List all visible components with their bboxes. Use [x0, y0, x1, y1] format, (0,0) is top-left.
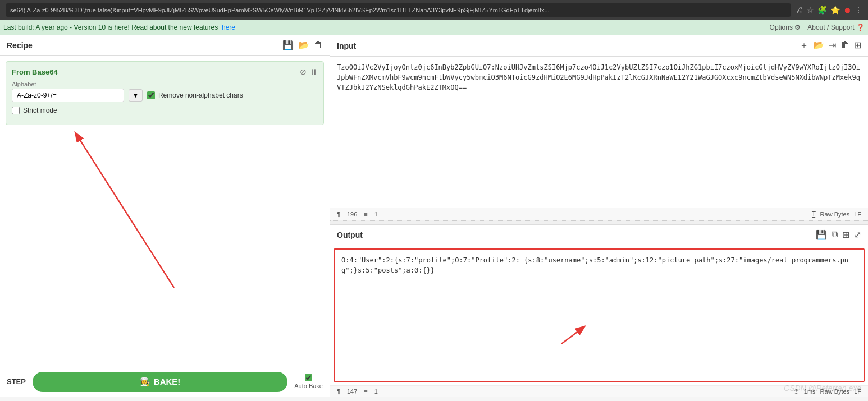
remove-nonalpha-checkbox[interactable]	[147, 91, 155, 99]
input-section: Input ＋ 📂 ⇥ 🗑 ⊞ Tzo0OiJVc2VyIjoyOntz0jc6…	[330, 35, 868, 208]
notification-bar: Last build: A year ago - Version 10 is h…	[0, 20, 868, 35]
layout-input-btn[interactable]: ⊞	[854, 40, 861, 52]
output-header: Output 💾 ⧉ ⊞ ⤢	[330, 225, 868, 245]
lf-label[interactable]: LF	[854, 211, 861, 218]
main-container: Recipe 💾 📂 🗑 From Base64 ⊘ ⏸ Alphabet	[0, 35, 868, 397]
recipe-header: Recipe 💾 📂 🗑	[0, 35, 330, 56]
auto-bake-checkbox[interactable]	[305, 374, 312, 381]
input-line-count: 1	[374, 211, 378, 218]
output-char-count-icon: ¶	[337, 388, 340, 395]
browser-chrome: se64('A-Za-z0-9%2B/%3D',true,false)&inpu…	[0, 0, 868, 20]
strict-mode-label: Strict mode	[23, 107, 57, 114]
output-raw-bytes[interactable]: Raw Bytes	[820, 388, 850, 395]
open-input-btn[interactable]: 📂	[813, 40, 824, 52]
input-status-bar: ¶ 196 ≡ 1 T̲ Raw Bytes LF	[330, 208, 868, 220]
auto-bake-col: Auto Bake	[294, 374, 323, 389]
input-char-count: 196	[347, 211, 357, 218]
add-input-btn[interactable]: ＋	[800, 40, 808, 52]
menu-icon[interactable]: ⋮	[855, 6, 862, 15]
open-recipe-btn[interactable]: 📂	[298, 40, 309, 50]
fullscreen-output-btn[interactable]: ⤢	[854, 229, 861, 240]
url-bar[interactable]: se64('A-Za-z0-9%2B/%3D',true,false)&inpu…	[6, 3, 791, 17]
output-char-count: 147	[347, 388, 357, 395]
output-line-count: 1	[374, 388, 378, 395]
step-label: STEP	[7, 377, 26, 386]
copy-output-btn[interactable]: ⧉	[832, 229, 838, 240]
notif-right: Options ⚙ About / Support ❓	[770, 24, 865, 31]
extension-icon[interactable]: 🧩	[817, 6, 827, 15]
remove-nonalpha-label: Remove non-alphabet chars	[158, 91, 243, 99]
font-icon: T̲	[812, 210, 816, 218]
alphabet-label: Alphabet	[12, 81, 318, 87]
strict-mode-checkbox[interactable]	[12, 107, 20, 114]
bookmark-icon[interactable]: ☆	[807, 6, 814, 15]
record-icon[interactable]: ⏺	[843, 6, 851, 15]
op-title: From Base64	[12, 68, 58, 76]
input-status-left: ¶ 196 ≡ 1	[337, 211, 378, 218]
panel-resizer[interactable]	[330, 220, 868, 225]
right-panel: Input ＋ 📂 ⇥ 🗑 ⊞ Tzo0OiJVc2VyIjoyOntz0jc6…	[330, 35, 868, 397]
about-btn[interactable]: About / Support ❓	[807, 24, 865, 31]
input-status-right: T̲ Raw Bytes LF	[812, 210, 861, 218]
op-header: From Base64 ⊘ ⏸	[12, 67, 318, 76]
save-recipe-btn[interactable]: 💾	[282, 40, 294, 50]
recipe-title: Recipe	[7, 41, 33, 50]
bake-label: BAKE!	[154, 377, 181, 386]
options-btn[interactable]: Options ⚙	[770, 24, 801, 31]
bottom-bar: STEP 🧑‍🍳 BAKE! Auto Bake	[0, 366, 330, 397]
browser-icon-group: 🖨 ☆ 🧩 ⭐ ⏺ ⋮	[796, 6, 862, 15]
paste-input-btn[interactable]: ⇥	[829, 40, 836, 52]
output-time: 1ms	[804, 388, 816, 395]
bake-icon: 🧑‍🍳	[140, 377, 150, 387]
remove-nonalpha-row: Remove non-alphabet chars	[147, 91, 243, 99]
output-section: Output 💾 ⧉ ⊞ ⤢ O:4:"User":2:{s:7:"profil…	[330, 225, 868, 397]
input-header: Input ＋ 📂 ⇥ 🗑 ⊞	[330, 35, 868, 57]
alphabet-input[interactable]	[12, 89, 124, 102]
left-panel: Recipe 💾 📂 🗑 From Base64 ⊘ ⏸ Alphabet	[0, 35, 330, 397]
bake-button[interactable]: 🧑‍🍳 BAKE!	[33, 372, 287, 392]
pause-op-btn[interactable]: ⏸	[310, 67, 318, 76]
notif-left: Last build: A year ago - Version 10 is h…	[3, 24, 235, 31]
alphabet-dropdown[interactable]: ▼	[129, 89, 143, 102]
from-base64-block: From Base64 ⊘ ⏸ Alphabet ▼ Remove non-al…	[6, 61, 324, 125]
save-output-btn[interactable]: 💾	[816, 229, 827, 240]
alphabet-row: ▼ Remove non-alphabet chars	[12, 89, 318, 102]
output-line-count-icon: ≡	[364, 388, 367, 395]
time-icon: ⏱	[793, 388, 800, 395]
input-text[interactable]: Tzo0OiJVc2VyIjoyOntz0jc6InByb2ZpbGUiO7:N…	[330, 57, 868, 208]
gear-icon: ⚙	[794, 24, 801, 31]
auto-bake-label: Auto Bake	[294, 382, 323, 389]
input-actions: ＋ 📂 ⇥ 🗑 ⊞	[800, 40, 861, 52]
output-status-right: ⏱ 1ms Raw Bytes LF	[793, 388, 861, 395]
recipe-content: From Base64 ⊘ ⏸ Alphabet ▼ Remove non-al…	[0, 56, 330, 366]
printer-icon[interactable]: 🖨	[796, 6, 803, 15]
clear-input-btn[interactable]: 🗑	[840, 40, 849, 52]
output-actions: 💾 ⧉ ⊞ ⤢	[816, 229, 861, 240]
output-text[interactable]: O:4:"User":2:{s:7:"profile";O:7:"Profile…	[334, 248, 865, 382]
url-text: se64('A-Za-z0-9%2B/%3D',true,false)&inpu…	[10, 7, 550, 13]
output-title: Output	[337, 231, 363, 239]
here-link[interactable]: here	[222, 24, 235, 31]
delete-recipe-btn[interactable]: 🗑	[314, 40, 323, 50]
line-count-icon: ≡	[364, 211, 367, 218]
strict-mode-row: Strict mode	[12, 107, 318, 114]
question-icon: ❓	[856, 24, 865, 31]
output-status-bar: ¶ 147 ≡ 1 ⏱ 1ms Raw Bytes LF	[330, 385, 868, 397]
input-title: Input	[337, 42, 356, 50]
recipe-actions: 💾 📂 🗑	[282, 40, 323, 50]
last-build-text: Last build: A year ago	[3, 24, 68, 31]
output-lf[interactable]: LF	[854, 388, 861, 395]
star-icon[interactable]: ⭐	[830, 6, 840, 15]
new-version-text: Version 10 is here! Read about the new f…	[74, 24, 218, 31]
op-controls: ⊘ ⏸	[300, 67, 318, 76]
disable-op-btn[interactable]: ⊘	[300, 67, 307, 76]
raw-bytes-label[interactable]: Raw Bytes	[820, 211, 850, 218]
char-count-icon: ¶	[337, 211, 340, 218]
output-status-left: ¶ 147 ≡ 1	[337, 388, 378, 395]
expand-output-btn[interactable]: ⊞	[842, 229, 849, 240]
